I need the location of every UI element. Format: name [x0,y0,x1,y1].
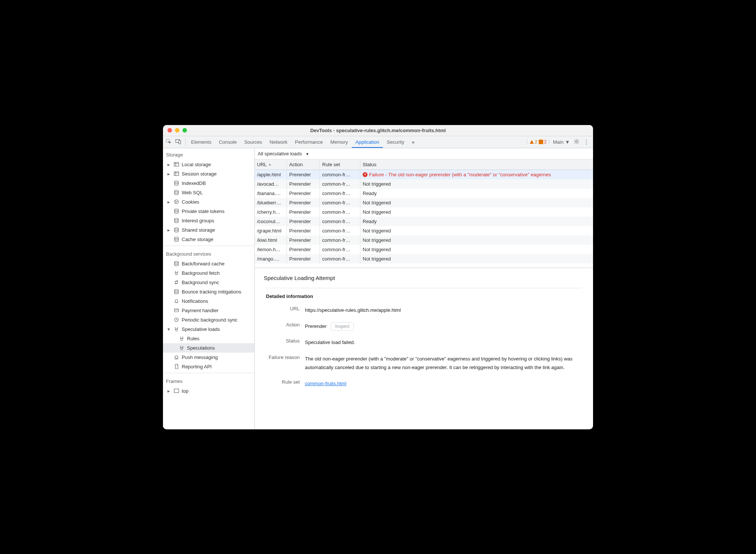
sidebar-item-rules[interactable]: Rules [163,334,254,343]
table-row[interactable]: /coconut… Prerender common-fr… Ready [255,217,593,226]
detail-value-ruleset: common-fruits.html [305,379,584,388]
tab-console[interactable]: Console [215,136,241,148]
sidebar-item-local-storage[interactable]: ▸Local storage [163,160,254,169]
table-header: URL ▲ Action Rule set Status [255,159,593,170]
sidebar-item-label: Interest groups [182,218,214,223]
svg-point-15 [177,201,177,201]
cell-status: Not triggered [360,179,593,189]
sidebar-item-shared-storage[interactable]: ▸Shared storage [163,225,254,235]
tab-sources[interactable]: Sources [241,136,266,148]
panel-tabs: Elements Console Sources Network Perform… [187,136,527,148]
tab-application[interactable]: Application [352,136,383,148]
cell-action: Prerender [287,207,320,217]
target-selector[interactable]: Main ▼ [553,139,570,145]
minimize-window-button[interactable] [175,128,179,133]
sidebar-item-top-frame[interactable]: ▸ top [163,386,254,396]
table-row[interactable]: /grape.html Prerender common-fr… Not tri… [255,226,593,235]
cell-url: /lemon.h… [255,245,287,254]
sidebar-item-notifications[interactable]: Notifications [163,296,254,306]
table-row[interactable]: /lemon.h… Prerender common-fr… Not trigg… [255,245,593,254]
sidebar-item-session-storage[interactable]: ▸Session storage [163,169,254,179]
svg-point-22 [175,289,178,291]
sidebar-item-payment-handler[interactable]: Payment handler [163,306,254,315]
speculations-table: URL ▲ Action Rule set Status /apple.html… [255,159,593,268]
ruleset-link[interactable]: common-fruits.html [305,381,347,386]
sidebar-item-label: Cache storage [182,237,214,242]
service-icon [173,298,179,304]
svg-point-20 [175,237,178,238]
table-row[interactable]: /mango.… Prerender common-fr… Not trigge… [255,254,593,264]
main-toolbar: Elements Console Sources Network Perform… [163,136,593,148]
table-row[interactable]: /blueberr… Prerender common-fr… Not trig… [255,198,593,207]
table-row[interactable]: /banana.… Prerender common-fr… Ready [255,189,593,198]
bgservices-section-header: Background services [163,247,254,259]
device-toolbar-icon[interactable] [175,138,182,146]
sidebar-item-periodic-background-sync[interactable]: Periodic background sync [163,315,254,325]
table-row[interactable]: /kiwi.html Prerender common-fr… Not trig… [255,235,593,245]
cell-url: /mango.… [255,254,287,264]
tab-security[interactable]: Security [383,136,408,148]
inspect-button[interactable]: Inspect [331,322,354,331]
sidebar-item-speculative-loads[interactable]: ▾Speculative loads [163,325,254,334]
cell-action: Prerender [287,235,320,245]
sidebar-item-background-sync[interactable]: Background sync [163,278,254,287]
col-header-action[interactable]: Action [287,159,320,170]
cell-ruleset: common-fr… [320,189,360,198]
tab-network[interactable]: Network [266,136,291,148]
sidebar-item-speculations[interactable]: Speculations [163,343,254,353]
sidebar-item-label: top [182,388,188,394]
detail-label-ruleset: Rule set [264,379,300,388]
errors-badge[interactable]: 2 [539,139,547,144]
cell-ruleset: common-fr… [320,179,360,189]
sidebar-item-web-sql[interactable]: Web SQL [163,188,254,197]
detail-label-action: Action [264,322,300,331]
tab-elements[interactable]: Elements [187,136,215,148]
service-icon [173,279,179,285]
more-tabs-icon[interactable]: » [408,136,418,148]
cell-ruleset: common-fr… [320,170,360,179]
sidebar-item-label: Back/forward cache [182,261,224,267]
cell-action: Prerender [287,254,320,264]
close-window-button[interactable] [167,128,172,133]
sidebar-item-push-messaging[interactable]: Push messaging [163,353,254,362]
sidebar-item-cookies[interactable]: ▸Cookies [163,197,254,207]
storage-icon [173,217,179,223]
svg-rect-5 [174,162,179,166]
more-menu-icon[interactable]: ⋮ [583,138,589,146]
inspect-element-icon[interactable] [165,138,172,146]
chevron-down-icon: ▼ [565,139,570,145]
cell-ruleset: common-fr… [320,245,360,254]
detail-value-status: Speculative load failed. [305,338,584,347]
col-header-url[interactable]: URL ▲ [255,159,287,170]
cell-action: Prerender [287,198,320,207]
sidebar-item-cache-storage[interactable]: Cache storage [163,235,254,244]
settings-icon[interactable] [574,138,580,146]
sidebar-item-indexeddb[interactable]: IndexedDB [163,179,254,188]
cell-ruleset: common-fr… [320,217,360,226]
table-row[interactable]: /cherry.h… Prerender common-fr… Not trig… [255,207,593,217]
svg-rect-23 [175,309,179,312]
sidebar-item-private-state-tokens[interactable]: Private state tokens [163,207,254,216]
chevron-right-icon: ▸ [167,199,171,205]
error-icon: ✕ [363,172,368,177]
tab-performance[interactable]: Performance [291,136,326,148]
sidebar-item-back-forward-cache[interactable]: Back/forward cache [163,259,254,268]
cell-url: /grape.html [255,226,287,235]
tab-memory[interactable]: Memory [327,136,352,148]
svg-point-21 [175,261,178,263]
col-header-status[interactable]: Status [360,159,593,170]
table-row[interactable]: /apple.html Prerender common-fr… ✕Failur… [255,170,593,179]
table-row[interactable]: /avocad… Prerender common-fr… Not trigge… [255,179,593,189]
service-icon [173,363,179,369]
col-header-ruleset[interactable]: Rule set [320,159,360,170]
sidebar-item-interest-groups[interactable]: Interest groups [163,216,254,225]
sidebar-item-bounce-tracking-mitigations[interactable]: Bounce tracking mitigations [163,287,254,296]
filter-dropdown[interactable]: All speculative loads ▼ [258,151,309,156]
issues-badges[interactable]: 2 2 [527,139,549,144]
warnings-badge[interactable]: 2 [529,139,538,144]
detail-title: Speculative Loading Attempt [264,275,584,281]
sidebar-item-background-fetch[interactable]: Background fetch [163,268,254,278]
cell-url: /kiwi.html [255,235,287,245]
maximize-window-button[interactable] [182,128,187,133]
sidebar-item-reporting-api[interactable]: Reporting API [163,362,254,371]
